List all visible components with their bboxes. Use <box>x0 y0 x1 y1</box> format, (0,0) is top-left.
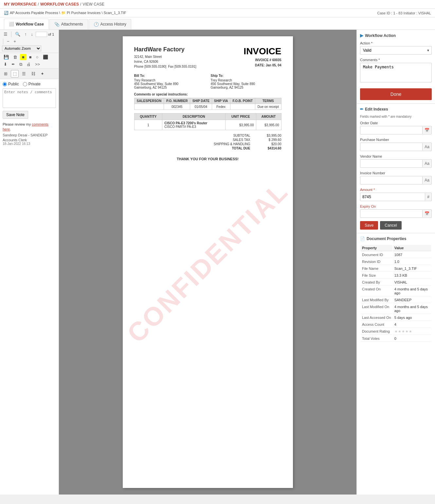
save-note-button[interactable]: Save Note <box>3 111 28 119</box>
props-row: Total Votes0 <box>361 336 431 342</box>
radio-public[interactable] <box>3 82 7 86</box>
text-icon-invoice-number[interactable]: Aa <box>422 177 431 184</box>
view-single-btn[interactable]: ⬚ <box>11 70 19 78</box>
index-label-expiry: Expiry On <box>360 204 432 208</box>
radio-private-label[interactable]: Private <box>23 82 41 86</box>
order-row: 002345 01/05/04 Fedex Due on receipt <box>134 104 281 110</box>
shipping-row: SHIPPING & HANDLING $20.00 <box>134 142 281 146</box>
toolbar-menu-btn[interactable]: ☰ <box>2 31 9 37</box>
index-input-invoice-number[interactable] <box>360 176 422 184</box>
index-input-amount[interactable] <box>360 193 425 201</box>
rating-stars: ★★★★★ <box>394 329 412 333</box>
toolbar-highlight-btn[interactable]: ■ <box>20 54 27 60</box>
workflow-action-icon: ▶ <box>360 33 363 38</box>
index-field-order-date: Order Date 📅 <box>360 121 432 134</box>
col-amount: AMOUNT <box>256 113 281 120</box>
calendar-icon-order-date[interactable]: 📅 <box>422 127 431 134</box>
toolbar-print-btn[interactable]: 🖨 <box>25 61 32 67</box>
filepath-text: AP Accounts Payable Process \ 📁 PI Purch… <box>10 11 126 15</box>
calendar-icon-expiry[interactable]: 📅 <box>422 210 431 217</box>
props-value: Scan_1_3.TIF <box>393 266 431 272</box>
item-name: CISCO PA-E3 7200's Router <box>164 121 223 125</box>
cancel-indexes-button[interactable]: Cancel <box>380 221 401 230</box>
toolbar-search-btn[interactable]: 🔍 <box>13 31 22 37</box>
tab-attachments[interactable]: 📎 Attachments <box>49 19 88 29</box>
toolbar-more-btn[interactable]: >> <box>33 61 42 67</box>
props-row: Document Rating★★★★★ <box>361 328 431 335</box>
text-icon-vendor-name[interactable]: Aa <box>422 160 431 167</box>
breadcrumb-view-case: VIEW CASE <box>82 2 104 7</box>
toolbar-zoom-out-btn[interactable]: − <box>5 38 11 44</box>
totals-section: SUBTOTAL $3,995.00 SALES TAX $ 299.60 SH… <box>134 133 281 150</box>
case-info: Case ID : 1 - 83 Initiator : VISHAL <box>377 11 431 15</box>
comment-link[interactable]: comments here <box>3 122 48 131</box>
watermark: CONFIDENTIAL <box>123 176 293 349</box>
toolbar-zoom-in-btn[interactable]: + <box>12 38 18 44</box>
toolbar-delete-btn[interactable]: 🗑 <box>11 54 19 60</box>
total-due-row: TOTAL DUE $4314.60 <box>134 146 281 150</box>
breadcrumb-workflow-cases[interactable]: WORKFLOW CASES <box>40 2 79 7</box>
toolbar-copy-btn[interactable]: ⧉ <box>18 61 24 67</box>
doc-properties-title: 📄 Document Properties <box>360 236 432 241</box>
val-ship-date: 01/05/04 <box>190 104 212 110</box>
doc-properties-icon: 📄 <box>360 236 365 241</box>
toolbar-save-btn[interactable]: 💾 <box>2 54 10 60</box>
props-row: Last Modified BySANDEEP <box>361 297 431 303</box>
toolbar-prev-btn[interactable]: ↑ <box>23 31 28 37</box>
view-stamp-btn[interactable]: ✦ <box>39 70 46 78</box>
view-grid-btn[interactable]: ⊞ <box>2 70 9 78</box>
toolbar-black-btn[interactable]: ■ <box>27 54 33 60</box>
action-select[interactable]: Valid Invalid Pending <box>360 46 432 55</box>
view-link-btn[interactable]: ⛓ <box>29 70 37 78</box>
index-input-expiry[interactable] <box>360 210 422 217</box>
index-input-purchase-number[interactable] <box>360 143 422 151</box>
invoice-header: HardWare Factory 32142, Main StreetIrvin… <box>134 46 281 69</box>
action-select-wrapper: Valid Invalid Pending <box>360 46 432 55</box>
index-input-vendor-name[interactable] <box>360 160 422 167</box>
toolbar-stamp-btn[interactable]: ✒ <box>10 61 17 67</box>
radio-public-label[interactable]: Public <box>3 82 19 86</box>
index-input-order-date[interactable] <box>360 126 422 134</box>
comment-item: Please review my comments here. Sandeep … <box>3 122 56 146</box>
doc-viewer: CONFIDENTIAL HardWare Factory 32142, Mai… <box>59 30 356 495</box>
filepath-icon: 🔄 <box>4 11 9 15</box>
toolbar-download-btn[interactable]: ⬇ <box>2 61 9 67</box>
item-row: 1 CISCO PA-E3 7200's Router CISCO PART# … <box>134 120 281 130</box>
tab-workflow-case[interactable]: ⬜ Workflow Case <box>4 19 49 29</box>
props-property: Total Votes <box>361 336 392 342</box>
notes-textarea[interactable] <box>3 88 56 108</box>
index-label-purchase-number: Purchase Number <box>360 138 432 142</box>
props-property: File Size <box>361 272 392 279</box>
breadcrumb-workspace[interactable]: MY WORKSPACE <box>4 2 37 7</box>
subtotal-row: SUBTOTAL $3,995.00 <box>134 133 281 138</box>
radio-private[interactable] <box>23 82 27 86</box>
done-button[interactable]: Done <box>360 88 432 100</box>
edit-indexes-title: ✏ Edit Indexes <box>360 107 432 112</box>
invoice-number: INVOICE # 60035 <box>244 58 281 62</box>
save-indexes-button[interactable]: Save <box>360 221 378 230</box>
index-label-amount: Amount * <box>360 188 432 192</box>
text-icon-purchase-number[interactable]: Aa <box>422 143 431 150</box>
sales-tax-row: SALES TAX $ 299.60 <box>134 138 281 142</box>
doc-properties-title-text: Document Properties <box>367 236 406 241</box>
props-value: VISHAL <box>393 279 431 286</box>
number-icon-amount[interactable]: # <box>425 193 431 200</box>
index-input-wrapper-vendor-name: Aa <box>360 159 432 168</box>
view-list-btn[interactable]: ☰ <box>20 70 28 78</box>
props-value: ★★★★★ <box>393 328 431 335</box>
toolbar-crop-btn[interactable]: ⬛ <box>41 54 50 60</box>
invoice-date: DATE: Jan 05, 04 <box>244 63 281 67</box>
col-po: P.O. NUMBER <box>164 98 190 104</box>
index-field-invoice-number: Invoice Number Aa <box>360 171 432 184</box>
comments-textarea[interactable]: Make Payments <box>360 63 432 82</box>
props-row: Access Count4 <box>361 322 431 328</box>
toolbar-page-input[interactable]: 1 <box>36 32 47 37</box>
val-po: 002345 <box>164 104 190 110</box>
toolbar-zoom-select[interactable]: Automatic Zoom 50% 75% 100% 150% <box>2 45 41 51</box>
sales-tax-label: SALES TAX <box>198 138 250 142</box>
tab-access-history[interactable]: 🕐 Access History <box>89 19 131 29</box>
tab-bar: ⬜ Workflow Case 📎 Attachments 🕐 Access H… <box>0 17 435 30</box>
toolbar-circle-btn[interactable]: ○ <box>34 54 40 60</box>
index-label-invoice-number: Invoice Number <box>360 171 432 175</box>
toolbar-next-btn[interactable]: ↓ <box>29 31 35 37</box>
